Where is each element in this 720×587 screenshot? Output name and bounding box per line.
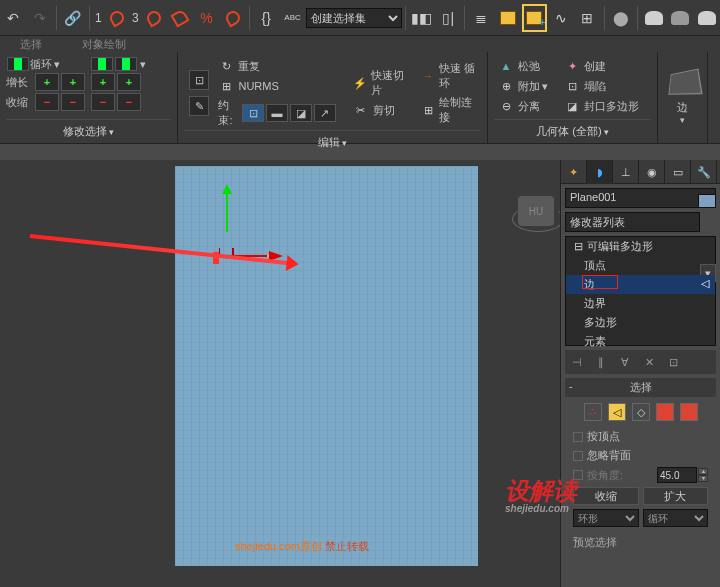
cut-button[interactable]: ✂剪切	[353, 102, 406, 118]
percent-snap[interactable]: %	[194, 4, 218, 32]
tab-motion[interactable]: ◉	[639, 160, 665, 184]
preserve-uvs-button[interactable]: ⊡	[189, 70, 209, 90]
render-button[interactable]	[695, 4, 719, 32]
modifier-list-combo[interactable]: 修改器列表	[565, 212, 700, 232]
grow-plus[interactable]: +	[35, 73, 59, 91]
stack-polygon[interactable]: 多边形	[566, 313, 715, 332]
link-button[interactable]: 🔗	[61, 4, 85, 32]
shrink-selection-button[interactable]: 收缩	[573, 487, 639, 505]
shrink-ring-minus[interactable]: −	[91, 93, 115, 111]
detach-button[interactable]: ⊖分离	[498, 98, 548, 114]
tab-display[interactable]: ▭	[665, 160, 691, 184]
curve-editor-button[interactable]: ∿	[549, 4, 573, 32]
angle-down[interactable]: ▾	[698, 475, 708, 482]
show-end-result-button[interactable]: ∥	[593, 354, 609, 370]
make-unique-button[interactable]: ∀	[617, 354, 633, 370]
edge-mode-big-button[interactable]: 边 ▾	[658, 52, 708, 143]
constrain-edge[interactable]: ▬	[266, 104, 288, 122]
angle-input[interactable]	[657, 467, 697, 483]
repeat-button[interactable]: ↻重复	[218, 58, 336, 74]
stack-editable-poly[interactable]: 可编辑多边形	[566, 237, 715, 256]
remove-mod-button[interactable]: ✕	[641, 354, 657, 370]
tab-modify[interactable]: ◗	[587, 160, 613, 184]
ignore-backface-check[interactable]: 忽略背面	[565, 446, 716, 465]
shrink-ring-minus-2[interactable]: −	[117, 93, 141, 111]
mirror-button[interactable]: ▮◧	[410, 4, 434, 32]
rollout-selection-header[interactable]: - 选择	[565, 378, 716, 397]
ring-combo[interactable]: 环形	[573, 509, 639, 527]
tab-create[interactable]: ✦	[561, 160, 587, 184]
angle-spinner[interactable]: ▴▾	[657, 467, 708, 483]
shrink-minus-2[interactable]: −	[61, 93, 85, 111]
constrain-face[interactable]: ◪	[290, 104, 312, 122]
spinner-snap[interactable]	[221, 4, 245, 32]
relax-button[interactable]: ▲松弛	[498, 58, 548, 74]
ring-icon-2[interactable]	[115, 57, 137, 71]
cap-button[interactable]: ◪封口多边形	[564, 98, 639, 114]
layers-button[interactable]: ≣	[469, 4, 493, 32]
loop-combo[interactable]: 循环	[643, 509, 709, 527]
selection-set-combo[interactable]: 创建选择集	[306, 8, 402, 28]
stack-vertex[interactable]: 顶点	[566, 256, 715, 275]
by-vertex-check[interactable]: 按顶点	[565, 427, 716, 446]
svg-marker-2	[222, 184, 232, 194]
gizmo-y-axis[interactable]	[219, 184, 235, 232]
pin-stack-button[interactable]: ⊣	[569, 354, 585, 370]
modifier-stack[interactable]: 可编辑多边形 顶点 边 边界 多边形 元素	[565, 236, 716, 346]
angle-up[interactable]: ▴	[698, 468, 708, 475]
object-name-field[interactable]: Plane001	[565, 188, 716, 208]
constrain-none[interactable]: ⊡	[242, 104, 264, 122]
material-editor-button[interactable]: ⬤	[609, 4, 633, 32]
tab-hierarchy[interactable]: ⊥	[613, 160, 639, 184]
sel-element-icon[interactable]	[680, 403, 698, 421]
ribbon-panel-geometry: ▲松弛 ⊕附加▾ ⊖分离 ✦创建 ⊡塌陷 ◪封口多边形 几何体 (全部)▾	[488, 52, 658, 143]
tab-selection[interactable]: 选择	[20, 37, 42, 52]
tab-utilities[interactable]: 🔧	[691, 160, 717, 184]
stack-edge[interactable]: 边	[566, 275, 715, 294]
viewport[interactable]: shejiedu.com原创 禁止转载	[175, 166, 478, 566]
create-button[interactable]: ✦创建	[564, 58, 639, 74]
nurms-button[interactable]: ⊞NURMS	[218, 78, 336, 94]
paintconnect-button[interactable]: ⊞绘制连接	[421, 95, 477, 125]
sel-polygon-icon[interactable]	[656, 403, 674, 421]
grow-selection-button[interactable]: 扩大	[643, 487, 709, 505]
scene-explorer-button[interactable]: +	[522, 4, 547, 32]
constrain-normal[interactable]: ↗	[314, 104, 336, 122]
schematic-button[interactable]: ⊞	[575, 4, 599, 32]
named-sets-button[interactable]: {}	[254, 4, 278, 32]
panel-title-edit[interactable]: 编辑▾	[184, 130, 481, 150]
quickloop-button[interactable]: →快速 循环	[421, 61, 477, 91]
grow-ring-plus[interactable]: +	[91, 73, 115, 91]
stack-border[interactable]: 边界	[566, 294, 715, 313]
panel-title-geometry[interactable]: 几何体 (全部)▾	[494, 119, 651, 139]
snap-toggle-2[interactable]	[142, 4, 166, 32]
stack-toolbar: ⊣ ∥ ∀ ✕ ⊡	[565, 350, 716, 374]
attach-button[interactable]: ⊕附加▾	[498, 78, 548, 94]
grow-ring-plus-2[interactable]: +	[117, 73, 141, 91]
layer-explorer-button[interactable]	[496, 4, 520, 32]
sel-vertex-icon[interactable]: ∴	[584, 403, 602, 421]
edge-icon	[668, 69, 702, 95]
edit-named-button[interactable]: ABC	[280, 4, 304, 32]
tweak-button[interactable]: ✎	[189, 96, 209, 116]
viewcube[interactable]: HU	[518, 196, 554, 226]
panel-title-modify[interactable]: 修改选择▾	[6, 119, 171, 139]
snap-toggle-1[interactable]	[105, 4, 129, 32]
render-setup-button[interactable]	[642, 4, 666, 32]
angle-snap[interactable]	[168, 4, 192, 32]
quickslice-button[interactable]: ⚡快速切片	[353, 68, 406, 98]
stack-element[interactable]: 元素	[566, 332, 715, 351]
render-frame-button[interactable]	[668, 4, 692, 32]
sel-edge-icon[interactable]: ◁	[608, 403, 626, 421]
tab-paint[interactable]: 对象绘制	[82, 37, 126, 52]
undo-button[interactable]: ↶	[1, 4, 25, 32]
grow-plus-2[interactable]: +	[61, 73, 85, 91]
collapse-button[interactable]: ⊡塌陷	[564, 78, 639, 94]
object-color-swatch[interactable]	[698, 194, 716, 208]
rollout-selection: - 选择 ∴ ◁ ◇ 按顶点 忽略背面 按角度: ▴▾ 收缩	[565, 378, 716, 552]
shrink-minus[interactable]: −	[35, 93, 59, 111]
align-button[interactable]: ▯|	[436, 4, 460, 32]
configure-sets-button[interactable]: ⊡	[665, 354, 681, 370]
redo-button[interactable]: ↷	[27, 4, 51, 32]
sel-border-icon[interactable]: ◇	[632, 403, 650, 421]
